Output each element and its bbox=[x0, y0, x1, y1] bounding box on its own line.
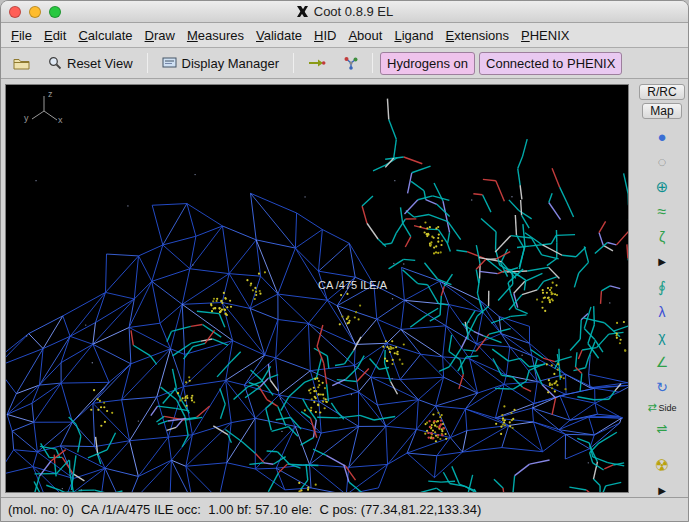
minimize-button[interactable] bbox=[29, 6, 41, 18]
axis-z-label: z bbox=[48, 89, 53, 99]
go-to-ligand-button[interactable] bbox=[337, 52, 365, 74]
zoom-button[interactable] bbox=[49, 6, 61, 18]
toolbar: Reset View Display Manager bbox=[1, 48, 688, 79]
menu-hid[interactable]: HID bbox=[308, 25, 342, 46]
axes-gizmo: z y x bbox=[24, 91, 68, 131]
close-button[interactable] bbox=[9, 6, 21, 18]
menu-about[interactable]: About bbox=[342, 25, 388, 46]
menu-ligand[interactable]: Ligand bbox=[388, 25, 439, 46]
auto-fit-rotamer-icon[interactable]: ∮ bbox=[649, 276, 675, 297]
menu-edit[interactable]: Edit bbox=[38, 25, 72, 46]
refine-sphere-icon[interactable]: ● bbox=[649, 126, 675, 147]
status-text: (mol. no: 0) CA /1/A/475 ILE occ: 1.00 b… bbox=[8, 502, 481, 517]
phenix-connection-button[interactable]: Connected to PHENIX bbox=[479, 52, 622, 75]
toolbar-separator bbox=[293, 53, 294, 73]
jiggle-fit-icon[interactable]: ↻ bbox=[649, 376, 675, 397]
axis-y-label: y bbox=[24, 113, 29, 123]
status-bar: (mol. no: 0) CA /1/A/475 ILE occ: 1.00 b… bbox=[1, 497, 688, 521]
reset-view-label: Reset View bbox=[67, 56, 133, 71]
real-space-refine-icon[interactable]: ≈ bbox=[649, 201, 675, 222]
axis-x-label: x bbox=[58, 115, 63, 125]
menu-calculate[interactable]: Calculate bbox=[72, 25, 138, 46]
x11-icon bbox=[296, 5, 309, 18]
folder-icon bbox=[13, 57, 30, 70]
phenix-label: Connected to PHENIX bbox=[486, 56, 615, 71]
window-title: Coot 0.8.9 EL bbox=[314, 4, 394, 19]
display-manager-label: Display Manager bbox=[182, 56, 280, 71]
side-chain-label: Side bbox=[659, 403, 677, 413]
display-manager-button[interactable]: Display Manager bbox=[155, 52, 287, 75]
right-panel: R/RC Map ● ◌ ⊕ ≈ ζ ▶ ∮ λ χ ∠ ↻ ⇄ Side ⇌ bbox=[636, 84, 688, 493]
coot-window: Coot 0.8.9 EL File Edit Calculate Draw M… bbox=[0, 0, 689, 522]
hydrogens-label: Hydrogens on bbox=[387, 56, 468, 71]
molecule-icon bbox=[344, 56, 358, 70]
gl-canvas[interactable]: z y x CA /475 ILE/A bbox=[5, 84, 629, 493]
title-bar: Coot 0.8.9 EL bbox=[1, 1, 688, 23]
magnifier-icon bbox=[48, 56, 62, 70]
flip-peptide-icon[interactable]: ∠ bbox=[649, 351, 675, 372]
menu-bar: File Edit Calculate Draw Measures Valida… bbox=[1, 23, 688, 48]
main-area: z y x CA /475 ILE/A R/RC Map ● ◌ ⊕ ≈ ζ ▶… bbox=[1, 79, 688, 497]
hydrogens-toggle-button[interactable]: Hydrogens on bbox=[380, 52, 475, 75]
refine-rc-button[interactable]: R/RC bbox=[639, 84, 685, 100]
map-button[interactable]: Map bbox=[642, 103, 682, 119]
toolbar-separator bbox=[147, 53, 148, 73]
rigid-body-fit-icon[interactable]: ⊕ bbox=[649, 176, 675, 197]
toolbar-separator bbox=[372, 53, 373, 73]
reset-view-button[interactable]: Reset View bbox=[41, 52, 140, 75]
ligand-builder-icon[interactable]: ☢ bbox=[649, 455, 675, 476]
tandem-refine-icon[interactable]: ◌ bbox=[649, 151, 675, 172]
rotamers-icon[interactable]: λ bbox=[649, 301, 675, 322]
menu-extensions[interactable]: Extensions bbox=[439, 25, 515, 46]
side-chain-180-button[interactable]: ⇄ Side bbox=[647, 401, 676, 414]
expand-tools-icon[interactable]: ▶ bbox=[649, 251, 675, 272]
go-to-atom-icon bbox=[308, 57, 326, 69]
go-to-atom-button[interactable] bbox=[301, 53, 333, 73]
menu-phenix[interactable]: PHENIX bbox=[515, 25, 575, 46]
menu-measures[interactable]: Measures bbox=[181, 25, 250, 46]
menu-validate[interactable]: Validate bbox=[250, 25, 308, 46]
edit-chi-angles-icon[interactable]: χ bbox=[649, 326, 675, 347]
mutate-residue-icon[interactable]: ⇌ bbox=[649, 418, 675, 439]
display-manager-icon bbox=[162, 57, 177, 70]
regularize-zone-icon[interactable]: ζ bbox=[649, 226, 675, 247]
open-coordinates-button[interactable] bbox=[6, 53, 37, 74]
molecular-scene bbox=[6, 85, 628, 492]
traffic-lights bbox=[9, 6, 61, 18]
menu-file[interactable]: File bbox=[5, 25, 38, 46]
side-chain-flip-icon: ⇄ bbox=[647, 401, 656, 414]
menu-draw[interactable]: Draw bbox=[139, 25, 181, 46]
model-fit-toolbar: ● ◌ ⊕ ≈ ζ ▶ ∮ λ χ ∠ ↻ ⇄ Side ⇌ ☢ ▶ bbox=[638, 126, 686, 501]
